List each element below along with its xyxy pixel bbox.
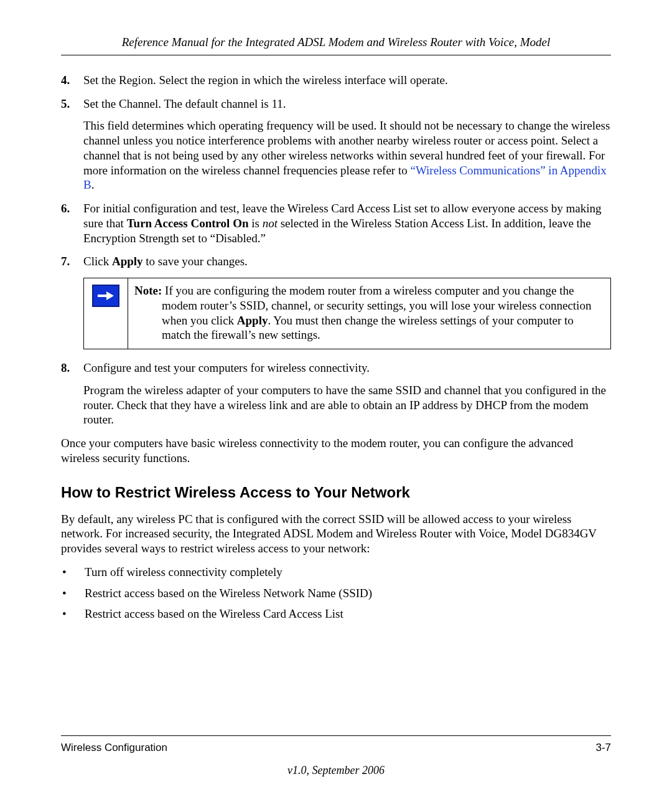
bullet-text: Turn off wireless connectivity completel…: [85, 565, 282, 580]
list-item: 8. Configure and test your computers for…: [61, 361, 611, 427]
text-run: .: [91, 178, 95, 191]
bold-text: Apply: [237, 314, 268, 327]
list-number: 6.: [61, 201, 83, 245]
page-number: 3-7: [595, 741, 611, 754]
bullet-item: • Turn off wireless connectivity complet…: [61, 565, 611, 580]
page-footer: Wireless Configuration 3-7 v1.0, Septemb…: [61, 735, 611, 777]
list-paragraph: This field determines which operating fr…: [83, 118, 611, 192]
footer-rule: [61, 735, 611, 736]
list-body: Click Apply to save your changes.: [83, 254, 611, 269]
bold-text: Apply: [112, 255, 143, 268]
list-number: 7.: [61, 254, 83, 269]
section-heading: How to Restrict Wireless Access to Your …: [61, 483, 611, 502]
footer-left: Wireless Configuration: [61, 741, 167, 754]
running-head: Reference Manual for the Integrated ADSL…: [61, 35, 611, 50]
text-run: to save your changes.: [143, 255, 248, 268]
page: Reference Manual for the Integrated ADSL…: [0, 0, 672, 807]
bullet-item: • Restrict access based on the Wireless …: [61, 606, 611, 621]
bullet-icon: •: [61, 586, 85, 601]
list-body: For initial configuration and test, leav…: [83, 201, 611, 245]
bullet-text: Restrict access based on the Wireless Ca…: [85, 606, 343, 621]
list-text: For initial configuration and test, leav…: [83, 201, 611, 245]
list-body: Configure and test your computers for wi…: [83, 361, 611, 427]
bullet-list: • Turn off wireless connectivity complet…: [61, 565, 611, 621]
list-text: Configure and test your computers for wi…: [83, 361, 611, 375]
list-item: 6. For initial configuration and test, l…: [61, 201, 611, 245]
list-item: 7. Click Apply to save your changes.: [61, 254, 611, 269]
bullet-item: • Restrict access based on the Wireless …: [61, 586, 611, 601]
bullet-text: Restrict access based on the Wireless Ne…: [85, 586, 372, 601]
list-text: Set the Region. Select the region in whi…: [83, 73, 611, 88]
list-paragraph: Program the wireless adapter of your com…: [83, 383, 611, 427]
list-number: 4.: [61, 73, 83, 88]
text-run: is: [249, 217, 263, 230]
text-run: Click: [83, 255, 112, 268]
bullet-icon: •: [61, 565, 85, 580]
list-number: 5.: [61, 97, 83, 193]
list-text: Set the Channel. The default channel is …: [83, 97, 611, 111]
note-box: Note: If you are configuring the modem r…: [83, 278, 611, 349]
bullet-icon: •: [61, 606, 85, 621]
note-text: Note: If you are configuring the modem r…: [128, 278, 610, 349]
closing-paragraph: Once your computers have basic wireless …: [61, 436, 611, 466]
bold-text: Turn Access Control On: [127, 217, 249, 230]
footer-row: Wireless Configuration 3-7: [61, 741, 611, 754]
list-body: Set the Channel. The default channel is …: [83, 97, 611, 193]
footer-version: v1.0, September 2006: [61, 763, 611, 778]
numbered-list: 4. Set the Region. Select the region in …: [61, 73, 611, 269]
section-intro: By default, any wireless PC that is conf…: [61, 512, 611, 556]
list-item: 5. Set the Channel. The default channel …: [61, 97, 611, 193]
note-label: Note:: [134, 284, 162, 297]
list-body: Set the Region. Select the region in whi…: [83, 73, 611, 88]
list-number: 8.: [61, 361, 83, 427]
list-item: 4. Set the Region. Select the region in …: [61, 73, 611, 88]
arrow-right-icon: [92, 285, 119, 307]
numbered-list-cont: 8. Configure and test your computers for…: [61, 361, 611, 427]
list-text: Click Apply to save your changes.: [83, 254, 611, 269]
italic-text: not: [263, 217, 278, 230]
header-rule: [61, 55, 611, 55]
note-icon-cell: [84, 278, 128, 349]
